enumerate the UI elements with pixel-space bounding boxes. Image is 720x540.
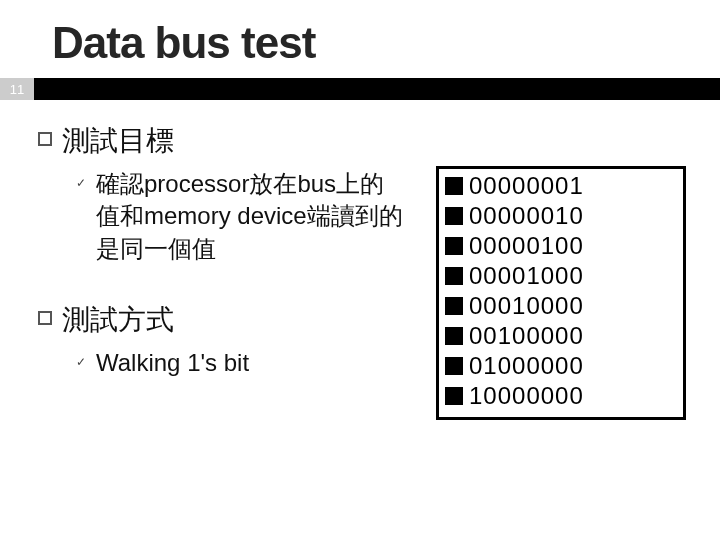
sub-item-text: Walking 1's bit	[96, 347, 249, 379]
right-column: 00000001 00000010 00000100 00001000 0001…	[436, 122, 686, 420]
sub-list: ✓ 確認processor放在bus上的值和memory device端讀到的是…	[76, 168, 408, 265]
bullet-solid-icon	[445, 357, 463, 375]
bit-value: 01000000	[469, 352, 584, 380]
bit-pattern-table: 00000001 00000010 00000100 00001000 0001…	[436, 166, 686, 420]
check-icon: ✓	[76, 355, 86, 369]
bit-value: 00001000	[469, 262, 584, 290]
bit-value: 00100000	[469, 322, 584, 350]
section-goal: 測試目標 ✓ 確認processor放在bus上的值和memory device…	[38, 122, 408, 265]
section-heading: 測試目標	[62, 122, 174, 160]
bit-row: 01000000	[445, 351, 677, 381]
bit-row: 10000000	[445, 381, 677, 411]
bit-row: 00000001	[445, 171, 677, 201]
bullet-solid-icon	[445, 267, 463, 285]
page-stripe	[34, 78, 720, 100]
sub-list: ✓ Walking 1's bit	[76, 347, 408, 379]
bullet-solid-icon	[445, 387, 463, 405]
sub-item: ✓ 確認processor放在bus上的值和memory device端讀到的是…	[76, 168, 408, 265]
bit-row: 00100000	[445, 321, 677, 351]
bit-row: 00001000	[445, 261, 677, 291]
section-method: 測試方式 ✓ Walking 1's bit	[38, 301, 408, 379]
bullet-solid-icon	[445, 177, 463, 195]
bit-value: 00000100	[469, 232, 584, 260]
content-area: 測試目標 ✓ 確認processor放在bus上的值和memory device…	[0, 100, 720, 420]
bullet-solid-icon	[445, 327, 463, 345]
section-heading: 測試方式	[62, 301, 174, 339]
bit-value: 10000000	[469, 382, 584, 410]
sub-item: ✓ Walking 1's bit	[76, 347, 408, 379]
bit-row: 00000100	[445, 231, 677, 261]
bit-value: 00000001	[469, 172, 584, 200]
check-icon: ✓	[76, 176, 86, 190]
bullet-solid-icon	[445, 207, 463, 225]
left-column: 測試目標 ✓ 確認processor放在bus上的值和memory device…	[38, 122, 408, 420]
slide-title: Data bus test	[0, 0, 720, 78]
page-number: 11	[0, 78, 34, 100]
bullet-hollow-icon	[38, 311, 52, 325]
bit-row: 00010000	[445, 291, 677, 321]
bit-value: 00010000	[469, 292, 584, 320]
sub-item-text: 確認processor放在bus上的值和memory device端讀到的是同一…	[96, 168, 408, 265]
bullet-solid-icon	[445, 237, 463, 255]
bullet-solid-icon	[445, 297, 463, 315]
page-bar: 11	[0, 78, 720, 100]
bit-row: 00000010	[445, 201, 677, 231]
bullet-hollow-icon	[38, 132, 52, 146]
bit-value: 00000010	[469, 202, 584, 230]
